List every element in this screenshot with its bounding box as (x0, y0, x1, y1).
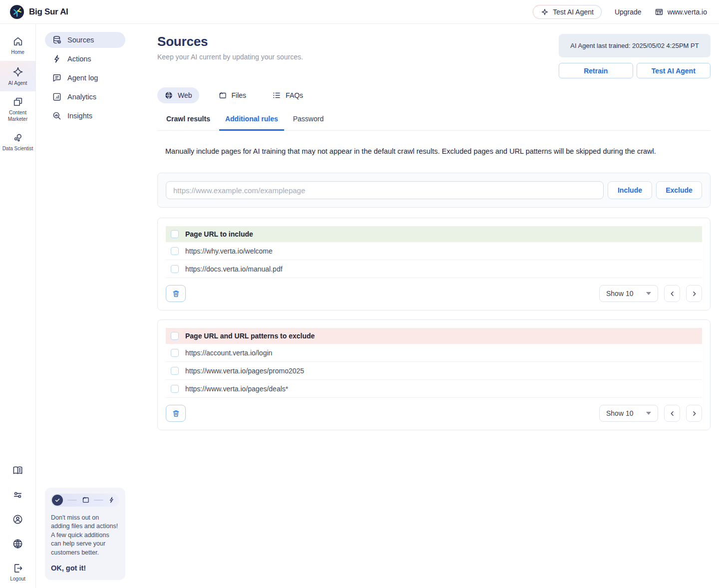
row-url: https://www.verta.io/pages/deals* (185, 385, 288, 393)
delete-selected-button[interactable] (166, 285, 186, 302)
brand-name: Big Sur AI (29, 7, 68, 17)
analytics-chart-icon (52, 92, 62, 102)
tab-files[interactable]: Files (211, 87, 254, 103)
top-header: Big Sur AI Test AI Agent Upgrade www.ver (0, 0, 719, 24)
page-subtitle: Keep your AI current by updating your so… (157, 53, 303, 61)
row-checkbox[interactable] (171, 385, 179, 393)
subtab-crawl-results[interactable]: Crawl results (160, 108, 216, 130)
trash-icon (172, 409, 180, 418)
site-label: www.verta.io (668, 8, 707, 16)
test-ai-agent-header-button[interactable]: Test AI Agent (533, 5, 602, 19)
tab-web[interactable]: Web (157, 87, 199, 103)
sidebar-item-label: Insights (67, 112, 92, 120)
test-ai-agent-button[interactable]: Test AI Agent (637, 63, 711, 78)
sidebar-item-insights[interactable]: Insights (45, 108, 125, 124)
include-table-card: Page URL to include https://why.verta.io… (157, 218, 711, 310)
web-subtabs: Crawl results Additional rules Password (157, 108, 711, 131)
test-ai-agent-header-label: Test AI Agent (553, 8, 594, 16)
sidebar-item-agent-log[interactable]: Agent log (45, 70, 125, 86)
url-entry-card: Include Exclude (157, 173, 711, 208)
rail-item-home[interactable]: Home (0, 31, 35, 61)
select-all-checkbox[interactable] (171, 332, 179, 340)
sidebar-item-sources[interactable]: Sources (45, 32, 125, 48)
rail-item-content-marketer[interactable]: Content Marketer (0, 91, 35, 127)
row-checkbox[interactable] (171, 265, 179, 273)
globe-icon (12, 538, 23, 550)
rail-item-account[interactable] (12, 514, 23, 525)
page-size-select[interactable]: Show 10 (599, 285, 658, 302)
tab-label: FAQs (286, 91, 303, 99)
logout-label: Logout (10, 576, 25, 583)
progress-connector (67, 500, 77, 501)
browser-icon (655, 7, 664, 16)
site-selector[interactable]: www.verta.io (655, 7, 707, 16)
delete-selected-button[interactable] (166, 405, 186, 422)
ai-agent-icon (12, 66, 24, 78)
promo-dismiss-button[interactable]: OK, got it! (51, 564, 119, 572)
secondary-sidebar: Sources Actions Agent log (36, 24, 141, 588)
lightning-icon (52, 54, 62, 64)
logout-icon (12, 563, 23, 574)
sidebar-item-analytics[interactable]: Analytics (45, 89, 125, 105)
sidebar-item-actions[interactable]: Actions (45, 51, 125, 67)
sidebar-item-label: Agent log (67, 74, 98, 82)
next-page-button[interactable] (686, 285, 702, 302)
rail-item-ai-agent[interactable]: AI Agent (0, 61, 35, 92)
row-url: https://why.verta.io/welcome (185, 247, 273, 255)
sources-database-icon (52, 35, 62, 45)
retrain-button[interactable]: Retrain (559, 63, 633, 78)
sidebar-item-label: Actions (67, 55, 91, 63)
sparkle-icon (541, 8, 549, 16)
promo-message: Don't miss out on adding files and actio… (51, 514, 119, 558)
include-header-label: Page URL to include (185, 230, 253, 238)
rail-item-data-scientist[interactable]: Data Scientist (0, 127, 35, 157)
rail-item-docs[interactable] (12, 465, 23, 476)
home-icon (12, 36, 23, 47)
icon-rail: Home AI Agent Content Marketer (0, 24, 36, 588)
prev-page-button[interactable] (664, 285, 680, 302)
include-table-header: Page URL to include (166, 226, 702, 242)
rail-item-logout[interactable]: Logout (10, 563, 25, 583)
row-url: https://account.verta.io/login (185, 349, 272, 357)
content-marketer-icon (12, 96, 23, 107)
web-globe-icon (164, 91, 173, 100)
page-size-select[interactable]: Show 10 (599, 405, 658, 422)
chevron-down-icon (646, 292, 651, 295)
chevron-down-icon (646, 412, 651, 415)
sidebar-item-label: Sources (67, 36, 94, 44)
tab-faqs[interactable]: FAQs (265, 87, 310, 103)
page-size-label: Show 10 (606, 409, 633, 417)
upgrade-link[interactable]: Upgrade (615, 8, 642, 16)
main-content: Sources Keep your AI current by updating… (141, 24, 719, 588)
prev-page-button[interactable] (664, 405, 680, 422)
row-checkbox[interactable] (171, 367, 179, 375)
actions-step-icon (108, 496, 115, 504)
row-checkbox[interactable] (171, 349, 179, 357)
table-row: https://www.verta.io/pages/promo2025 (166, 362, 702, 380)
table-row: https://why.verta.io/welcome (166, 242, 702, 260)
table-row: https://docs.verta.io/manual.pdf (166, 260, 702, 278)
rail-item-settings[interactable] (12, 489, 23, 501)
rail-label: Data Scientist (2, 146, 33, 152)
exclude-header-label: Page URL and URL patterns to exclude (185, 332, 315, 340)
url-input[interactable] (166, 181, 604, 199)
tab-label: Web (178, 91, 192, 99)
rail-item-language[interactable] (12, 538, 23, 550)
row-url: https://docs.verta.io/manual.pdf (185, 265, 283, 273)
rules-description: Manually include pages for AI training t… (157, 147, 711, 155)
promo-progress (51, 494, 119, 507)
settings-sliders-icon (12, 489, 23, 501)
list-icon (272, 91, 281, 100)
account-icon (12, 514, 23, 525)
subtab-additional-rules[interactable]: Additional rules (219, 108, 284, 130)
row-checkbox[interactable] (171, 247, 179, 255)
brand-logo-icon (10, 5, 24, 19)
subtab-password[interactable]: Password (287, 108, 330, 130)
next-page-button[interactable] (686, 405, 702, 422)
page-title: Sources (157, 34, 303, 49)
exclude-table-header: Page URL and URL patterns to exclude (166, 328, 702, 344)
sidebar-item-label: Analytics (67, 93, 96, 101)
exclude-button[interactable]: Exclude (656, 181, 702, 199)
include-button[interactable]: Include (608, 181, 652, 199)
select-all-checkbox[interactable] (171, 230, 179, 238)
